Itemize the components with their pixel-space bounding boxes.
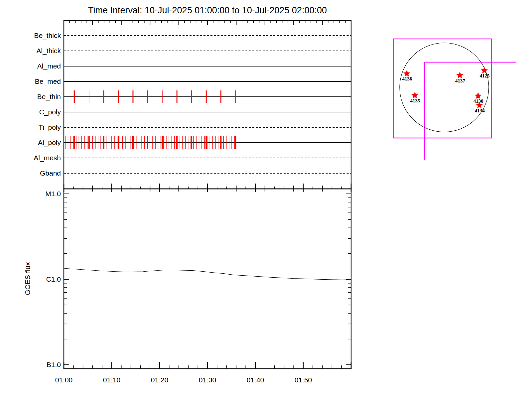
filter-label: Be_thick: [34, 32, 61, 40]
star-marker: [474, 92, 481, 99]
filter-label: Gband: [40, 169, 61, 177]
active-region-label: 4125: [480, 73, 490, 78]
filter-row-Ti_poly: Ti_poly: [39, 123, 351, 131]
goes-x-tick-label: 01:20: [151, 376, 169, 384]
filter-label: Al_thick: [36, 47, 61, 55]
plot-canvas: Be_thickAl_thickAl_medBe_medBe_thinC_pol…: [0, 0, 532, 399]
goes-y-axis: M1.0C1.0B1.0: [45, 190, 351, 368]
xrt-timeline-page: Time Interval: 10-Jul-2025 01:00:00 to 1…: [0, 0, 532, 399]
goes-y-minor-ticks: [64, 198, 351, 339]
active-region-label: 4134: [475, 108, 485, 113]
filter-label: Ti_poly: [39, 123, 61, 131]
solar-disk: [400, 43, 489, 132]
active-region-4137: 4137: [455, 72, 466, 83]
active-region-4135: 4135: [410, 92, 420, 103]
goes-x-tick-label: 01:00: [55, 376, 73, 384]
active-region-label: 4135: [410, 98, 420, 103]
star-marker: [403, 70, 410, 76]
active-region-label: 4136: [402, 76, 412, 81]
goes-x-tick-label: 01:40: [247, 376, 264, 384]
goes-x-tick-label: 01:10: [103, 376, 121, 384]
goes-x-axis: 01:0001:1001:2001:3001:4001:50: [55, 362, 351, 384]
filter-row-Be_med: Be_med: [35, 77, 351, 85]
filter-row-Be_thin: Be_thin: [37, 90, 351, 103]
filter-row-Gband: Gband: [40, 169, 351, 177]
star-marker: [411, 92, 418, 98]
filter-row-C_poly: C_poly: [39, 108, 351, 116]
goes-ylabel: GOES flux: [24, 262, 31, 295]
filter-row-Al_mesh: Al_mesh: [34, 154, 351, 162]
active-region-4136: 4136: [402, 70, 412, 81]
active-region-label: 4137: [455, 78, 466, 83]
star-marker: [481, 67, 488, 73]
filter-row-Be_thick: Be_thick: [34, 32, 351, 40]
active-region-4125: 4125: [480, 67, 490, 78]
active-region-4130: 4130: [473, 92, 483, 104]
active-region-label: 4130: [473, 98, 483, 104]
goes-panel: M1.0C1.0B1.001:0001:1001:2001:3001:4001:…: [24, 189, 351, 384]
filter-row-Al_thick: Al_thick: [36, 47, 351, 55]
timeline-bottom-axis-ticks: [64, 184, 351, 192]
filter-label: Al_med: [37, 62, 61, 70]
filter-timeline-panel: Be_thickAl_thickAl_medBe_medBe_thinC_pol…: [34, 21, 351, 192]
filter-row-Al_med: Al_med: [37, 62, 351, 70]
goes-x-tick-label: 01:30: [199, 376, 216, 384]
goes-y-tick-label: C1.0: [46, 275, 61, 283]
timeline-top-axis-ticks: [64, 21, 351, 25]
fov-outer-box: [393, 39, 491, 138]
filter-label: Be_thin: [37, 93, 61, 101]
filter-row-Al_poly: Al_poly: [38, 136, 351, 149]
star-marker: [456, 72, 463, 78]
goes-y-tick-label: B1.0: [47, 361, 61, 368]
filter-label: Be_med: [35, 77, 61, 85]
goes-x-tick-label: 01:50: [295, 376, 312, 384]
filter-label: C_poly: [39, 108, 61, 116]
goes-y-tick-label: M1.0: [45, 190, 61, 198]
solar-map: 413641374125413541304134: [393, 39, 516, 160]
goes-flux-curve: [64, 268, 351, 280]
filter-label: Al_poly: [38, 139, 61, 147]
timeline-frame: [64, 21, 351, 189]
filter-label: Al_mesh: [34, 154, 61, 162]
